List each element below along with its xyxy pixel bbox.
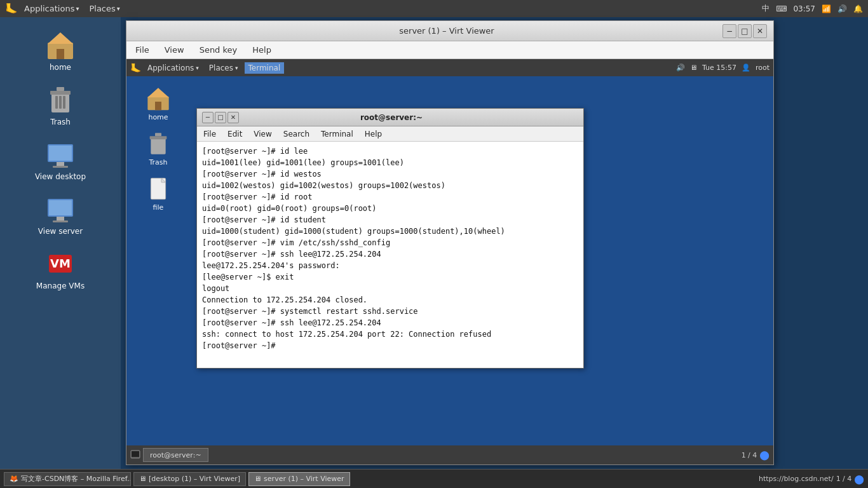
term-menu-edit[interactable]: Edit	[225, 129, 245, 139]
virt-menu-file[interactable]: File	[132, 44, 153, 56]
virt-menu-help[interactable]: Help	[248, 44, 275, 56]
inner-topbar-left: 🦶 Applications ▾ Places ▾ Terminal	[130, 62, 284, 74]
terminal-line: [root@server ~]# id lee	[202, 146, 578, 157]
svg-rect-21	[155, 102, 161, 110]
terminal-content[interactable]: [root@server ~]# id leeuid=1001(lee) gid…	[197, 142, 583, 368]
terminal-line: ssh: connect to host 172.25.254.204 port…	[202, 329, 578, 340]
url-display: https://blog.csdn.net/	[759, 475, 834, 483]
terminal-line: [root@server ~]# id student	[202, 214, 578, 226]
inner-icon-file[interactable]: file	[146, 176, 171, 212]
inner-app-chevron: ▾	[196, 65, 199, 71]
home-label: home	[50, 63, 71, 72]
inner-taskbar: root@server:~ 1 / 4 ⬤	[126, 445, 773, 464]
firefox-icon: 🦊	[10, 475, 18, 483]
host-topbar-right: 中 ⌨ 03:57 📶 🔊 🔔	[762, 3, 863, 14]
virt-viewer-menubar: File View Send key Help	[126, 41, 773, 59]
svg-rect-24	[155, 133, 161, 136]
desktop-icon-view-desktop[interactable]: View desktop	[29, 139, 92, 181]
desktop-icon-home[interactable]: home	[29, 30, 92, 72]
inner-screen-icon: 🖥	[690, 64, 697, 72]
terminal-line: [root@server ~]# vim /etc/ssh/sshd_confi…	[202, 237, 578, 248]
applications-label: Applications	[24, 4, 74, 13]
host-topbar-left: 🦶 Applications ▾ Places ▾	[5, 3, 124, 15]
term-menu-search[interactable]: Search	[281, 129, 312, 139]
term-menu-help[interactable]: Help	[362, 129, 384, 139]
svg-rect-23	[150, 136, 167, 139]
virt-menu-sendkey[interactable]: Send key	[196, 44, 241, 56]
outer-pager: 1 / 4	[836, 475, 852, 483]
svg-rect-16	[53, 220, 68, 222]
terminal-line: lee@172.25.254.204's password:	[202, 260, 578, 271]
desktop: home Trash	[0, 17, 868, 488]
inner-pager[interactable]: 1 / 4 ⬤	[742, 450, 770, 460]
inner-desktop-icons: home Trash	[126, 76, 190, 445]
virt-viewer-titlebar: server (1) – Virt Viewer − □ ✕	[126, 21, 773, 41]
svg-marker-20	[147, 88, 168, 97]
terminal-line: uid=1000(student) gid=1000(student) grou…	[202, 226, 578, 237]
home-icon	[45, 30, 76, 60]
inner-datetime: Tue 15:57	[702, 64, 736, 72]
svg-rect-4	[50, 91, 71, 95]
inner-applications-label: Applications	[147, 64, 194, 72]
window-controls-right[interactable]: − □ ✕	[722, 24, 767, 38]
taskbar-label-firefox: 写文章-CSDN博客 – Mozilla Firef...	[21, 474, 131, 484]
trash-icon	[45, 85, 76, 115]
taskbar-item-firefox[interactable]: 🦊 写文章-CSDN博客 – Mozilla Firef...	[4, 472, 131, 486]
view-server-icon	[45, 194, 76, 224]
host-applications-menu[interactable]: Applications ▾	[20, 3, 83, 15]
terminal-maximize-btn[interactable]: □	[215, 112, 226, 123]
desktop-icon-trash[interactable]: Trash	[29, 85, 92, 126]
terminal-close-btn[interactable]: ✕	[227, 112, 239, 123]
input-method-indicator[interactable]: 中	[762, 3, 770, 14]
terminal-line: [root@server ~]#	[202, 340, 578, 351]
inner-applications-menu[interactable]: Applications ▾	[144, 62, 203, 74]
term-menu-view[interactable]: View	[251, 129, 274, 139]
taskbar-label-desktop-viewer: [desktop (1) – Virt Viewer]	[149, 475, 240, 483]
inner-places-menu[interactable]: Places ▾	[205, 62, 242, 74]
inner-icon-home[interactable]: home	[146, 86, 171, 121]
volume-icon: 🔊	[837, 4, 847, 13]
virt-menu-view[interactable]: View	[161, 44, 188, 56]
inner-task-label: root@server:~	[150, 451, 201, 459]
svg-rect-7	[59, 96, 62, 109]
inner-icon-trash[interactable]: Trash	[146, 131, 171, 166]
inner-terminal-menu[interactable]: Terminal	[245, 62, 285, 74]
desktop-icon-view-server[interactable]: View server	[29, 194, 92, 236]
inner-home-label: home	[148, 113, 168, 121]
notify-icon: 🔔	[853, 4, 863, 13]
inner-taskbar-left: root@server:~	[130, 448, 208, 462]
term-menu-terminal[interactable]: Terminal	[318, 129, 356, 139]
close-button[interactable]: ✕	[753, 24, 767, 38]
manage-vms-icon: VM	[45, 248, 76, 279]
terminal-minimize-btn[interactable]: −	[202, 112, 214, 123]
inner-user-icon: 👤	[742, 64, 750, 72]
clock: 03:57	[793, 4, 815, 13]
term-menu-file[interactable]: File	[201, 129, 219, 139]
svg-rect-22	[151, 139, 165, 154]
applications-chevron: ▾	[76, 5, 79, 12]
inner-pager-icon: ⬤	[759, 450, 770, 460]
svg-rect-15	[57, 217, 64, 220]
svg-rect-2	[57, 49, 64, 59]
outer-taskbar-right: https://blog.csdn.net/ 1 / 4 ⬤	[759, 474, 864, 484]
terminal-line: uid=0(root) gid=0(root) groups=0(root)	[202, 203, 578, 214]
taskbar-label-server-viewer: server (1) – Virt Viewer	[264, 475, 344, 483]
inner-terminal-label: Terminal	[248, 64, 281, 72]
svg-rect-6	[55, 96, 58, 109]
maximize-button[interactable]: □	[738, 24, 752, 38]
taskbar-item-desktop-viewer[interactable]: 🖥 [desktop (1) – Virt Viewer]	[133, 472, 246, 486]
terminal-line: [root@server ~]# systemctl restart sshd.…	[202, 306, 578, 317]
taskbar-item-server-viewer[interactable]: 🖥 server (1) – Virt Viewer	[248, 472, 349, 486]
svg-rect-8	[63, 96, 65, 109]
host-places-menu[interactable]: Places ▾	[85, 3, 123, 15]
view-server-label: View server	[38, 227, 83, 236]
terminal-line: [root@server ~]# id root	[202, 191, 578, 203]
svg-rect-28	[132, 451, 139, 457]
terminal-line: [root@server ~]# ssh lee@172.25.254.204	[202, 248, 578, 260]
inner-places-chevron: ▾	[235, 65, 238, 71]
desktop-icon-manage-vms[interactable]: VM Manage VMs	[29, 248, 92, 290]
inner-task-terminal-btn[interactable]: root@server:~	[143, 448, 208, 462]
svg-rect-10	[49, 146, 72, 161]
minimize-button[interactable]: −	[722, 24, 736, 38]
terminal-window-controls[interactable]: − □ ✕	[202, 112, 239, 123]
